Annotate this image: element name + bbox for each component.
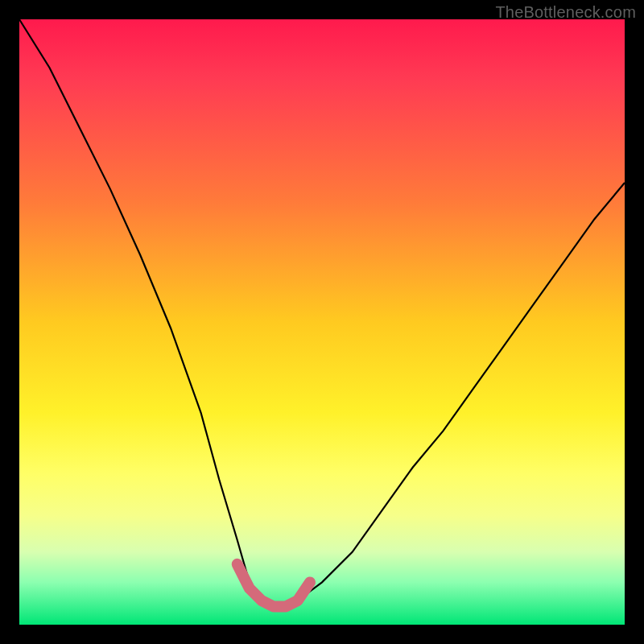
optimal-range-highlight bbox=[237, 564, 310, 607]
bottleneck-curve-line bbox=[19, 19, 625, 606]
watermark-text: TheBottleneck.com bbox=[495, 3, 636, 22]
chart-svg bbox=[19, 19, 625, 625]
